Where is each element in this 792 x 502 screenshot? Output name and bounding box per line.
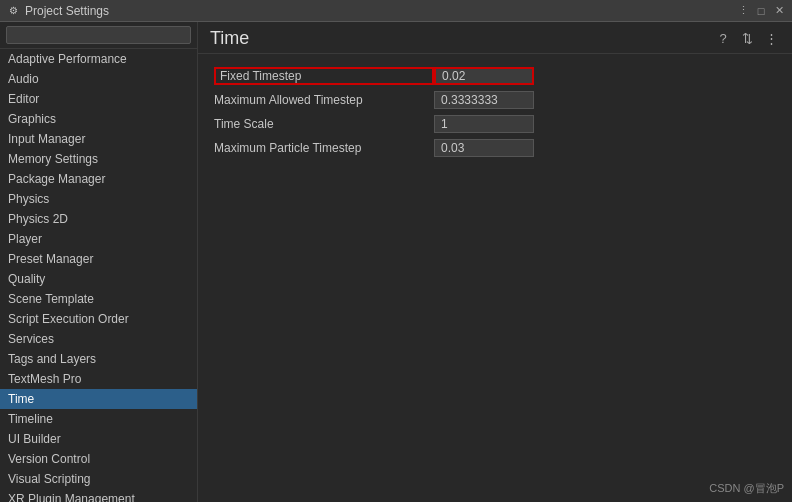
settings-row: Fixed Timestep0.02	[214, 66, 776, 86]
sidebar-item-player[interactable]: Player	[0, 229, 197, 249]
content-header: Time ? ⇅ ⋮	[198, 22, 792, 54]
more-options-button[interactable]: ⋮	[762, 30, 780, 48]
content-header-actions: ? ⇅ ⋮	[714, 30, 780, 48]
settings-row: Time Scale1	[214, 114, 776, 134]
sidebar-item-preset-manager[interactable]: Preset Manager	[0, 249, 197, 269]
sidebar: Adaptive PerformanceAudioEditorGraphicsI…	[0, 22, 198, 502]
sidebar-item-scene-template[interactable]: Scene Template	[0, 289, 197, 309]
title-bar-close-btn[interactable]: ✕	[772, 4, 786, 18]
sidebar-item-timeline[interactable]: Timeline	[0, 409, 197, 429]
settings-value-time-scale[interactable]: 1	[434, 115, 534, 133]
settings-row: Maximum Allowed Timestep0.3333333	[214, 90, 776, 110]
sidebar-item-graphics[interactable]: Graphics	[0, 109, 197, 129]
sidebar-item-input-manager[interactable]: Input Manager	[0, 129, 197, 149]
title-bar: ⚙ Project Settings ⋮ □ ✕	[0, 0, 792, 22]
title-bar-controls: ⋮ □ ✕	[736, 4, 786, 18]
settings-content: Fixed Timestep0.02Maximum Allowed Timest…	[198, 54, 792, 502]
settings-rows-container: Fixed Timestep0.02Maximum Allowed Timest…	[214, 66, 776, 158]
settings-label-maximum-allowed-timestep: Maximum Allowed Timestep	[214, 93, 434, 107]
sidebar-item-physics-2d[interactable]: Physics 2D	[0, 209, 197, 229]
settings-row: Maximum Particle Timestep0.03	[214, 138, 776, 158]
settings-value-fixed-timestep[interactable]: 0.02	[434, 67, 534, 85]
main-layout: Adaptive PerformanceAudioEditorGraphicsI…	[0, 22, 792, 502]
layout-button[interactable]: ⇅	[738, 30, 756, 48]
sidebar-item-package-manager[interactable]: Package Manager	[0, 169, 197, 189]
sidebar-item-editor[interactable]: Editor	[0, 89, 197, 109]
title-bar-icon: ⚙	[6, 4, 20, 18]
sidebar-item-xr-plugin-management[interactable]: XR Plugin Management	[0, 489, 197, 502]
sidebar-item-quality[interactable]: Quality	[0, 269, 197, 289]
settings-label-time-scale: Time Scale	[214, 117, 434, 131]
sidebar-item-services[interactable]: Services	[0, 329, 197, 349]
watermark: CSDN @冒泡P	[709, 481, 784, 496]
title-bar-text: Project Settings	[25, 4, 736, 18]
settings-label-maximum-particle-timestep: Maximum Particle Timestep	[214, 141, 434, 155]
sidebar-item-textmesh-pro[interactable]: TextMesh Pro	[0, 369, 197, 389]
settings-value-maximum-particle-timestep[interactable]: 0.03	[434, 139, 534, 157]
sidebar-item-memory-settings[interactable]: Memory Settings	[0, 149, 197, 169]
sidebar-item-ui-builder[interactable]: UI Builder	[0, 429, 197, 449]
sidebar-items-container: Adaptive PerformanceAudioEditorGraphicsI…	[0, 49, 197, 502]
sidebar-item-physics[interactable]: Physics	[0, 189, 197, 209]
sidebar-search-container	[0, 22, 197, 49]
sidebar-item-visual-scripting[interactable]: Visual Scripting	[0, 469, 197, 489]
title-bar-menu-btn[interactable]: ⋮	[736, 4, 750, 18]
settings-value-maximum-allowed-timestep[interactable]: 0.3333333	[434, 91, 534, 109]
sidebar-item-time[interactable]: Time	[0, 389, 197, 409]
content-area: Time ? ⇅ ⋮ Fixed Timestep0.02Maximum All…	[198, 22, 792, 502]
sidebar-item-script-execution-order[interactable]: Script Execution Order	[0, 309, 197, 329]
sidebar-item-adaptive-performance[interactable]: Adaptive Performance	[0, 49, 197, 69]
sidebar-item-tags-and-layers[interactable]: Tags and Layers	[0, 349, 197, 369]
sidebar-item-audio[interactable]: Audio	[0, 69, 197, 89]
content-title: Time	[210, 28, 714, 49]
search-input[interactable]	[6, 26, 191, 44]
title-bar-restore-btn[interactable]: □	[754, 4, 768, 18]
sidebar-item-version-control[interactable]: Version Control	[0, 449, 197, 469]
help-button[interactable]: ?	[714, 30, 732, 48]
settings-label-fixed-timestep: Fixed Timestep	[214, 67, 434, 85]
